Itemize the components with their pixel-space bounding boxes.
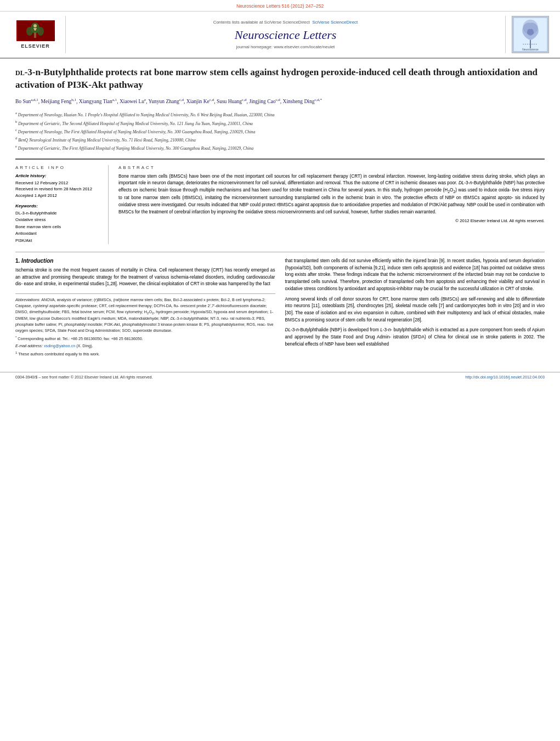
affiliation-c: c Department of Neurology, The First Aff… bbox=[15, 127, 545, 135]
abstract-label: ABSTRACT bbox=[118, 165, 545, 170]
article-title: dl-3-n-Butylphthalide protects rat bone … bbox=[15, 66, 545, 92]
received-date: Received 12 February 2012 bbox=[15, 180, 101, 186]
journal-cover-image: Neuroscience bbox=[512, 16, 549, 53]
equal-contrib-note: 1 These authors contributed equally to t… bbox=[15, 350, 275, 358]
page-footer: 0304-3940/$ – see front matter © 2012 El… bbox=[0, 372, 560, 384]
abbreviations-note: Abbreviations: ANOVA, analysis of varian… bbox=[15, 297, 275, 333]
keywords-heading: Keywords: bbox=[15, 203, 101, 208]
body-left-column: 1. Introduction Ischemia stroke is one t… bbox=[15, 258, 275, 359]
intro-para-4: DL-3-n-Butylphthalide (NBP) is developed… bbox=[285, 327, 545, 348]
journal-center-info: Contents lists available at SciVerse Sci… bbox=[71, 16, 500, 53]
copyright-notice: © 2012 Elsevier Ireland Ltd. All rights … bbox=[118, 218, 545, 224]
article-info-label: ARTICLE INFO bbox=[15, 165, 101, 170]
email-note: E-mail address: xsding@yahoo.cn (X. Ding… bbox=[15, 343, 275, 349]
sciverse-link[interactable]: SciVerse ScienceDirect bbox=[312, 20, 358, 25]
elsevier-wordmark: ELSEVIER bbox=[21, 43, 50, 49]
keyword-4: Antioxidant bbox=[15, 230, 101, 237]
journal-masthead: ELSEVIER Contents lists available at Sci… bbox=[0, 12, 560, 59]
article-info-column: ARTICLE INFO Article history: Received 1… bbox=[15, 165, 109, 244]
article-history: Article history: Received 12 February 20… bbox=[15, 173, 101, 199]
received-revised-date: Received in revised form 28 March 2012 bbox=[15, 186, 101, 193]
intro-para-1: Ischemia stroke is one the most frequent… bbox=[15, 267, 275, 288]
cerebral-infarction-term: cerebral infarction bbox=[369, 174, 405, 179]
history-heading: Article history: bbox=[15, 173, 101, 178]
keyword-2: Oxidative stress bbox=[15, 217, 101, 223]
svg-text:Neuroscience: Neuroscience bbox=[522, 48, 539, 51]
footnotes-section: Abbreviations: ANOVA, analysis of varian… bbox=[15, 293, 275, 358]
journal-thumbnail: Neuroscience bbox=[505, 16, 549, 53]
main-content: dl-3-n-Butylphthalide protects rat bone … bbox=[0, 59, 560, 366]
doi-link[interactable]: http://dx.doi.org/10.1016/j.neulet.2012.… bbox=[465, 375, 545, 380]
corresponding-author-note: * Corresponding author at: Tel.: +86 25 … bbox=[15, 335, 275, 342]
intro-para-3: Among several kinds of cell donor source… bbox=[285, 296, 545, 324]
abstract-column: ABSTRACT Bone marrow stem cells (BMSCs) … bbox=[118, 165, 545, 244]
accepted-date: Accepted 1 April 2012 bbox=[15, 193, 101, 199]
article-info-abstract: ARTICLE INFO Article history: Received 1… bbox=[15, 159, 545, 244]
affiliation-d: d BenQ Neurological Institute of Nanjing… bbox=[15, 135, 545, 143]
svg-rect-4 bbox=[34, 32, 36, 38]
affiliation-b: b Department of Geriatric, The Second Af… bbox=[15, 119, 545, 127]
abstract-text: Bone marrow stem cells (BMSCs) have been… bbox=[118, 173, 545, 225]
elsevier-logo-box bbox=[16, 20, 55, 41]
email-link[interactable]: xsding@yahoo.cn bbox=[44, 343, 75, 348]
journal-reference: Neuroscience Letters 516 (2012) 247–252 bbox=[236, 3, 324, 9]
svg-point-2 bbox=[26, 27, 33, 36]
body-right-column: that transplanted stem cells did not sur… bbox=[285, 258, 545, 359]
keyword-3: Bone marrow stem cells bbox=[15, 224, 101, 230]
body-two-column: 1. Introduction Ischemia stroke is one t… bbox=[15, 258, 545, 359]
affiliation-a: a Department of Neurology, Huaian No. 1 … bbox=[15, 110, 545, 118]
intro-para-2: that transplanted stem cells did not sur… bbox=[285, 258, 545, 293]
keyword-1: DL-3-n-Butylphthalide bbox=[15, 210, 101, 217]
authors-line: Bo Suna,d,1, Meijiang Fengb,1, Xiangyang… bbox=[15, 97, 545, 106]
elsevier-logo: ELSEVIER bbox=[11, 16, 66, 53]
journal-title: Neuroscience Letters bbox=[235, 28, 337, 42]
homepage-line: journal homepage: www.elsevier.com/locat… bbox=[236, 44, 335, 49]
svg-point-3 bbox=[37, 27, 44, 36]
page: Neuroscience Letters 516 (2012) 247–252 … bbox=[0, 0, 560, 741]
svg-point-5 bbox=[33, 24, 37, 27]
keywords-section: Keywords: DL-3-n-Butylphthalide Oxidativ… bbox=[15, 203, 101, 244]
affiliations: a Department of Neurology, Huaian No. 1 … bbox=[15, 110, 545, 151]
affiliation-e: e Department of Geriatric, The First Aff… bbox=[15, 144, 545, 151]
header-bar: Neuroscience Letters 516 (2012) 247–252 bbox=[0, 0, 560, 12]
intro-heading: 1. Introduction bbox=[15, 258, 275, 264]
issn-notice: 0304-3940/$ – see front matter © 2012 El… bbox=[15, 375, 153, 380]
keyword-5: PI3K/Akt bbox=[15, 237, 101, 244]
sciverse-line: Contents lists available at SciVerse Sci… bbox=[213, 20, 358, 25]
section-divider bbox=[15, 252, 545, 252]
